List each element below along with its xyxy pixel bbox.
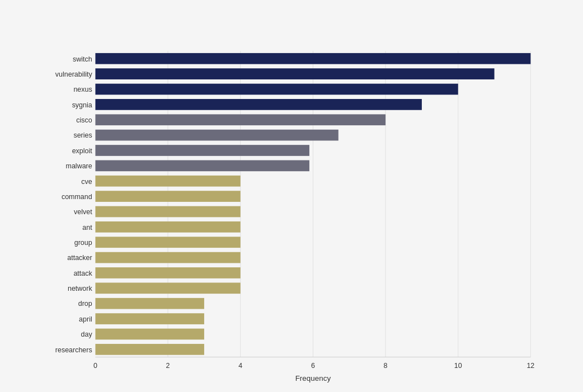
chart-container: 024681012Frequencyswitchvulnerabilitynex… [11, 11, 572, 392]
bar-rect [95, 130, 338, 141]
y-bar-label: switch [73, 55, 92, 63]
y-bar-label: attack [73, 270, 92, 277]
bar-chart: 024681012Frequencyswitchvulnerabilitynex… [34, 36, 549, 392]
y-bar-label: malware [66, 162, 92, 170]
y-bar-label: researchers [55, 346, 92, 354]
y-bar-label: vulnerability [55, 70, 93, 78]
y-bar-label: group [74, 239, 92, 247]
bar-rect [95, 252, 240, 263]
bar-rect [95, 84, 458, 95]
x-tick-label: 2 [166, 362, 170, 370]
bar-rect [95, 206, 240, 218]
x-axis-label: Frequency [295, 374, 331, 382]
bar-rect [95, 221, 240, 233]
bar-rect [95, 298, 204, 309]
bar-rect [95, 267, 240, 278]
y-bar-label: april [79, 315, 92, 323]
y-bar-label: network [68, 285, 92, 292]
bar-rect [95, 176, 240, 187]
x-tick-label: 8 [384, 362, 388, 370]
y-bar-label: day [81, 330, 93, 338]
y-bar-label: sygnia [72, 101, 92, 109]
bar-rect [95, 160, 309, 172]
x-tick-label: 6 [311, 362, 315, 370]
bar-rect [95, 53, 530, 64]
bar-rect [95, 114, 385, 125]
y-bar-label: drop [78, 300, 92, 308]
x-tick-label: 0 [93, 362, 97, 370]
bar-rect [95, 329, 204, 340]
bar-rect [95, 282, 240, 294]
bar-rect [95, 313, 204, 324]
y-bar-label: attacker [67, 254, 92, 262]
x-tick-label: 12 [526, 362, 534, 370]
y-bar-label: velvet [74, 208, 92, 216]
y-bar-label: command [62, 193, 92, 201]
y-bar-label: exploit [72, 147, 93, 155]
y-bar-label: cisco [76, 116, 92, 124]
y-bar-label: nexus [73, 86, 92, 93]
bar-rect [95, 237, 240, 248]
y-bar-label: ant [82, 224, 92, 232]
bar-rect [95, 344, 204, 355]
x-tick-label: 10 [454, 362, 462, 370]
bar-rect [95, 191, 240, 202]
bar-rect [95, 145, 309, 156]
bar-rect [95, 99, 421, 110]
y-bar-label: series [73, 131, 92, 139]
bar-rect [95, 68, 494, 79]
y-bar-label: cve [81, 178, 92, 186]
x-tick-label: 4 [238, 362, 242, 370]
